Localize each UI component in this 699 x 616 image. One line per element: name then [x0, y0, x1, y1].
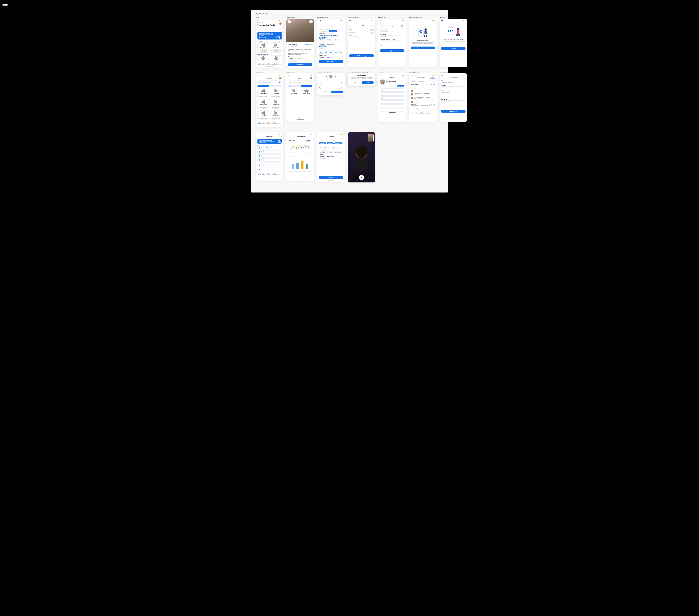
post[interactable]: I am looking forward to our next session…: [411, 93, 435, 96]
session-card[interactable]: Isabella CooperPrototype3:00pm · Fri 24 …: [301, 88, 312, 97]
save-card-checkbox[interactable]: ✓Save card details: [380, 44, 404, 46]
tutor-card[interactable]: Ava Mitchell★★★★★UI/UX Design · UI Kitch…: [258, 110, 269, 120]
back-button[interactable]: ←: [288, 77, 290, 79]
resource-row[interactable]: 📘Design Courses›: [258, 163, 282, 167]
search-input[interactable]: What do you want to learn?🎤: [411, 80, 435, 83]
chip[interactable]: Prototyping: [324, 35, 332, 36]
session-card[interactable]: Emily Bennett3:00pm · Fri 24 June: [288, 88, 300, 97]
nav-resources[interactable]: ▭Resources: [262, 173, 265, 175]
topic[interactable]: ❖Branding: [416, 86, 419, 87]
topic[interactable]: ✎UI design: [411, 86, 413, 87]
nav-resources[interactable]: ▭Resources: [292, 117, 296, 118]
date-slot[interactable]: Sun16 June1 slots: [334, 50, 338, 54]
chip[interactable]: 3D Design: [319, 149, 326, 151]
tutor-card[interactable]: [270, 55, 282, 61]
nav-community[interactable]: ⛺Community: [420, 112, 424, 114]
chip[interactable]: Figma: [319, 35, 324, 36]
search-input[interactable]: Search your subject mentor 🎤: [258, 27, 282, 30]
nav-scheduled[interactable]: ▦Scheduled classes: [302, 117, 309, 118]
tutor-card[interactable]: Ethan Parker★★★★★UI/UX Design · Business…: [270, 88, 282, 99]
search-input[interactable]: Search your subject mentor🎤: [288, 80, 312, 84]
mic-toggle-button[interactable]: 🎤: [353, 175, 357, 180]
active-chip[interactable]: UI Design ×: [319, 142, 326, 144]
edit-profile-button[interactable]: Edit Profile: [397, 86, 404, 87]
comment-button[interactable]: 💬 Comment (2300): [417, 108, 424, 109]
filter-all[interactable]: All mentors: [258, 85, 269, 87]
card-input[interactable]: 0123456789: [380, 35, 404, 38]
profile-row-logout[interactable]: ↪Logout: [380, 108, 404, 112]
back-button[interactable]: ←: [411, 77, 412, 79]
filter-favorite[interactable]: Favorite mentors: [270, 85, 282, 87]
chip[interactable]: Job Hunting: [319, 158, 326, 159]
back-button[interactable]: ←: [319, 136, 320, 137]
continue-button[interactable]: Continue: [441, 47, 465, 50]
see-more-link[interactable]: See more: [431, 84, 435, 85]
chip[interactable]: UI Design: [319, 156, 325, 157]
mic-icon[interactable]: 🎤: [309, 81, 311, 83]
chip[interactable]: Animation: [297, 58, 304, 60]
chip[interactable]: MultiMedia: [319, 39, 326, 41]
filter-pending[interactable]: Pending session: [301, 85, 312, 87]
promo-cta[interactable]: Find mentor: [259, 37, 266, 38]
nav-resources[interactable]: ▭Resources: [262, 122, 265, 124]
nav-community[interactable]: ⛺Community: [297, 117, 301, 118]
chip[interactable]: 3D Design: [319, 37, 326, 39]
see-all-link[interactable]: See all: [279, 41, 282, 42]
mic-icon[interactable]: 🎤: [432, 80, 434, 82]
chip[interactable]: Business: [332, 35, 339, 36]
chip[interactable]: Job Hunting: [319, 45, 326, 47]
book-session-button[interactable]: Book a session: [288, 63, 312, 66]
nav-community[interactable]: ⛺Community: [266, 122, 271, 124]
topic[interactable]: ◆Figma: [427, 86, 429, 87]
back-button[interactable]: ←: [258, 136, 259, 137]
post[interactable]: I'm looking forward to my next session. …: [411, 105, 435, 107]
chip[interactable]: Books: [319, 41, 324, 43]
chip[interactable]: Business: [332, 147, 339, 149]
avatar[interactable]: [279, 22, 282, 25]
nav-mentors[interactable]: ☆Mentors: [411, 112, 414, 114]
chip[interactable]: MultiMedia: [319, 151, 326, 153]
nav-profile[interactable]: ☺Profile: [279, 173, 281, 175]
profile-row-notifications[interactable]: 🔔Manage notifications›: [380, 96, 404, 100]
tutor-card[interactable]: Liam Sullivan★★★★★UI/UX Design · Animati…: [270, 99, 282, 109]
session-type-video[interactable]: Video session: [329, 30, 337, 32]
back-button[interactable]: ←: [380, 77, 382, 79]
topic[interactable]: ⛓Prototyping: [432, 86, 435, 87]
nav-scheduled[interactable]: ▦Scheduled classes: [271, 63, 278, 65]
like-button[interactable]: ♡ Like (850): [411, 108, 415, 109]
chip[interactable]: UX Writing: [326, 151, 333, 153]
resource-row[interactable]: 📘UX Writing›: [258, 158, 282, 161]
tutor-card[interactable]: Emily Bennett★★★★★UI/UX Design · Animati…: [258, 42, 269, 53]
range-select[interactable]: Weekly ▾: [305, 140, 311, 142]
nav-resources[interactable]: ▭Resources: [415, 112, 419, 114]
filter-upcoming[interactable]: Up coming session: [288, 85, 300, 87]
chip[interactable]: UX Research: [334, 39, 342, 41]
resource-row[interactable]: 📘Beginners UX Design Kit›: [258, 146, 282, 149]
post-textarea[interactable]: Write post here...: [441, 91, 465, 98]
back-button[interactable]: ←: [258, 77, 259, 79]
expiry-input[interactable]: MM/YY: [380, 40, 392, 43]
nav-resources[interactable]: ▭Resources: [262, 63, 265, 65]
bell-icon[interactable]: 🔔: [403, 77, 404, 78]
active-chip[interactable]: Branding ×: [327, 142, 334, 144]
post[interactable]: I really enjoyed my session with my ment…: [411, 89, 435, 92]
edit-info-link[interactable]: Edit Information: [350, 38, 373, 39]
time-slot[interactable]: 1:00 pm: [319, 56, 325, 58]
chip[interactable]: UX Writing: [326, 39, 333, 41]
back-button[interactable]: ←: [380, 22, 404, 24]
profile-row-settings[interactable]: ⚙Settings›: [380, 101, 404, 104]
chip[interactable]: Product Design: [288, 60, 297, 62]
date-slot[interactable]: Sat22 June5 slots: [324, 50, 328, 54]
nav-community[interactable]: ⛺Community: [266, 173, 271, 175]
chip[interactable]: Figma: [319, 147, 324, 149]
cvv-input[interactable]: 123: [393, 40, 405, 43]
fav-button[interactable]: ♡: [309, 20, 313, 24]
cancel-schedule-button[interactable]: Cancel schedule: [319, 91, 330, 93]
date-slot[interactable]: Fri1 July2 slots: [339, 50, 343, 54]
tutor-card[interactable]: Ethan Parker★★★★★UI/UX Design · Figma · …: [270, 42, 282, 53]
nav-profile[interactable]: ☺Profile: [279, 63, 281, 65]
explore-mentors-button[interactable]: Explore other mentors: [411, 47, 435, 49]
nav-community[interactable]: ⛺Community: [266, 63, 271, 65]
back-button[interactable]: ←: [288, 20, 291, 24]
search-input[interactable]: 🔍 Search your subject mentor: [319, 139, 343, 142]
